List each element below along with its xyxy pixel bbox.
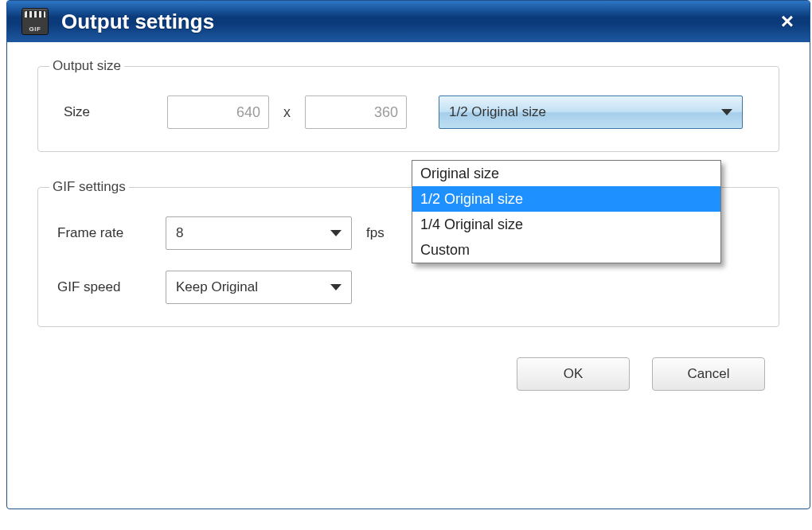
label-frame-rate: Frame rate (57, 225, 151, 241)
row-size: Size x 1/2 Original size (57, 95, 759, 129)
dropdown-frame-rate[interactable]: 8 (166, 216, 352, 250)
size-option-half[interactable]: 1/2 Original size (412, 186, 720, 212)
ok-button[interactable]: OK (517, 357, 630, 391)
dropdown-gif-speed-value: Keep Original (176, 279, 330, 295)
cancel-button[interactable]: Cancel (652, 357, 765, 391)
dialog-buttons: OK Cancel (37, 357, 779, 391)
dropdown-size-preset[interactable]: 1/2 Original size (439, 95, 743, 129)
dropdown-size-preset-value: 1/2 Original size (449, 104, 721, 120)
group-output-size: Output size Size x 1/2 Original size (37, 66, 779, 152)
size-option-original[interactable]: Original size (412, 161, 720, 186)
size-separator: x (280, 104, 294, 121)
size-option-custom[interactable]: Custom (412, 237, 720, 263)
size-option-quarter[interactable]: 1/4 Original size (412, 212, 720, 237)
size-preset-popup: Original size 1/2 Original size 1/4 Orig… (412, 160, 721, 263)
row-gif-speed: GIF speed Keep Original (57, 271, 759, 304)
input-width[interactable] (167, 95, 269, 129)
label-size: Size (64, 104, 156, 120)
chevron-down-icon (721, 109, 732, 115)
chevron-down-icon (330, 230, 342, 236)
gif-app-icon (21, 8, 49, 35)
group-label-output-size: Output size (49, 58, 124, 74)
dropdown-frame-rate-value: 8 (176, 225, 330, 241)
dropdown-gif-speed[interactable]: Keep Original (166, 271, 352, 304)
chevron-down-icon (330, 284, 342, 290)
input-height[interactable] (305, 95, 407, 129)
label-fps: fps (366, 225, 385, 241)
titlebar: Output settings × (7, 1, 810, 42)
dialog-title: Output settings (61, 10, 775, 34)
group-label-gif-settings: GIF settings (49, 179, 129, 195)
close-icon[interactable]: × (775, 9, 800, 34)
label-gif-speed: GIF speed (57, 279, 151, 295)
